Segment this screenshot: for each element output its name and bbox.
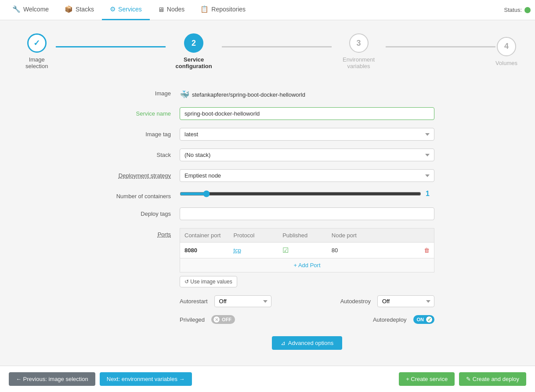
image-label: Image xyxy=(92,87,180,97)
step-circle-2: 2 xyxy=(184,33,203,53)
col-container-port: Container port xyxy=(184,232,234,239)
privileged-row: Privileged ✕ OFF Autoredeploy ON ✓ xyxy=(180,315,434,324)
step-label-2: Service configuration xyxy=(166,56,222,69)
deployment-strategy-row: Deployment strategy Emptiest node xyxy=(92,169,443,182)
step-circle-4: 4 xyxy=(497,37,516,56)
protocol-value: tcp xyxy=(234,247,283,254)
use-image-values-area: ↺ Use image values xyxy=(180,272,434,287)
image-row: Image 🐳 stefankapferer/spring-boot-docke… xyxy=(92,87,443,99)
repositories-icon: 📋 xyxy=(200,5,209,13)
image-tag-select[interactable]: latest xyxy=(180,128,434,141)
top-nav: 🔧 Welcome 📦 Stacks ⚙ Services 🖥 Nodes 📋 … xyxy=(0,0,535,20)
num-containers-label: Number of containers xyxy=(92,190,180,200)
advanced-options-button[interactable]: ⊿ Advanced options xyxy=(272,336,342,350)
service-name-label: Service name xyxy=(92,107,180,117)
step-circle-1: ✓ xyxy=(27,33,47,53)
deploy-tags-row: Deploy tags xyxy=(92,207,443,220)
advanced-options-area: ⊿ Advanced options xyxy=(180,332,434,354)
step-label-1: Image selection xyxy=(18,56,56,69)
privileged-group: Privileged ✕ OFF xyxy=(180,315,235,324)
deploy-tags-input[interactable] xyxy=(180,207,434,220)
privileged-toggle[interactable]: ✕ OFF xyxy=(211,315,235,324)
step-label-4: Volumes xyxy=(495,60,517,66)
step-image-selection: ✓ Image selection xyxy=(18,33,56,69)
service-config-form: Image 🐳 stefankapferer/spring-boot-docke… xyxy=(92,87,443,354)
node-port-value: 80 xyxy=(332,247,381,254)
bottom-bar: ← Previous: image selection Next: enviro… xyxy=(0,366,535,367)
toggle-circle-off: ✕ xyxy=(213,316,220,323)
service-name-row: Service name xyxy=(92,107,443,120)
privileged-label: Privileged xyxy=(180,316,205,323)
autodestroy-label: Autodestroy xyxy=(340,298,371,305)
autoredeploy-label: Autoredeploy xyxy=(373,316,407,323)
ports-table: Container port Protocol Published Node p… xyxy=(180,228,434,287)
step-circle-3: 3 xyxy=(349,33,369,53)
delete-port-btn[interactable]: 🗑 xyxy=(380,247,430,254)
autorestart-select[interactable]: Off xyxy=(214,295,271,307)
autoredeploy-toggle[interactable]: ON ✓ xyxy=(413,315,435,324)
num-containers-row: Number of containers 1 xyxy=(92,190,443,200)
nav-nodes[interactable]: 🖥 Nodes xyxy=(150,0,192,20)
step-service-configuration: 2 Service configuration xyxy=(166,33,222,69)
stack-select[interactable]: (No stack) xyxy=(180,149,434,161)
stacks-icon: 📦 xyxy=(65,5,73,13)
services-icon: ⚙ xyxy=(110,5,116,13)
nodes-icon: 🖥 xyxy=(158,6,164,13)
nav-stacks[interactable]: 📦 Stacks xyxy=(57,0,102,20)
deploy-tags-label: Deploy tags xyxy=(92,207,180,217)
deployment-strategy-select[interactable]: Emptiest node xyxy=(180,169,434,182)
containers-slider[interactable] xyxy=(180,190,421,197)
ports-row: Ports Container port Protocol Published … xyxy=(92,228,443,287)
deployment-strategy-label: Deployment strategy xyxy=(92,169,180,179)
stack-row: Stack (No stack) xyxy=(92,149,443,161)
published-checkbox[interactable]: ☑ xyxy=(282,246,332,254)
containers-count: 1 xyxy=(426,190,434,198)
service-name-input[interactable] xyxy=(180,107,434,120)
add-port-button[interactable]: + Add Port xyxy=(180,258,434,272)
nav-welcome[interactable]: 🔧 Welcome xyxy=(4,0,57,20)
status-indicator xyxy=(524,7,531,13)
slider-area: 1 xyxy=(180,190,434,198)
step-volumes: 4 Volumes xyxy=(495,37,517,66)
stepper: ✓ Image selection 2 Service configuratio… xyxy=(18,33,517,69)
autoredeploy-group: Autoredeploy ON ✓ xyxy=(373,315,434,324)
ports-header: Container port Protocol Published Node p… xyxy=(180,228,434,242)
ports-label: Ports xyxy=(92,228,180,238)
autorestart-label: Autorestart xyxy=(180,298,208,305)
step-environment-variables: 3 Environment variables xyxy=(332,33,386,69)
docker-icon: 🐳 xyxy=(180,90,189,99)
autodestroy-select[interactable]: Off xyxy=(377,295,434,307)
welcome-icon: 🔧 xyxy=(12,5,21,13)
nav-repositories[interactable]: 📋 Repositories xyxy=(192,0,253,20)
toggle-circle-on: ✓ xyxy=(426,316,433,323)
image-value: 🐳 stefankapferer/spring-boot-docker-hell… xyxy=(180,87,305,99)
auto-settings-row: Autorestart Off Autodestroy Off xyxy=(180,295,434,307)
nav-services[interactable]: ⚙ Services xyxy=(102,0,150,20)
autorestart-group: Autorestart Off xyxy=(180,295,271,307)
container-port-value: 8080 xyxy=(184,247,234,254)
col-node-port: Node port xyxy=(332,232,381,239)
port-row: 8080 tcp ☑ 80 🗑 xyxy=(180,242,434,258)
stack-label: Stack xyxy=(92,149,180,158)
col-published: Published xyxy=(282,232,332,239)
main-content: ✓ Image selection 2 Service configuratio… xyxy=(0,20,535,367)
step-line-3 xyxy=(386,46,495,47)
col-protocol: Protocol xyxy=(234,232,283,239)
step-line-2 xyxy=(222,46,332,47)
image-tag-row: Image tag latest xyxy=(92,128,443,141)
autodestroy-group: Autodestroy Off xyxy=(340,295,434,307)
step-line-1 xyxy=(56,46,166,47)
use-image-values-button[interactable]: ↺ Use image values xyxy=(180,276,237,287)
image-tag-label: Image tag xyxy=(92,128,180,138)
step-label-3: Environment variables xyxy=(332,56,386,69)
status-area: Status: xyxy=(504,7,531,13)
